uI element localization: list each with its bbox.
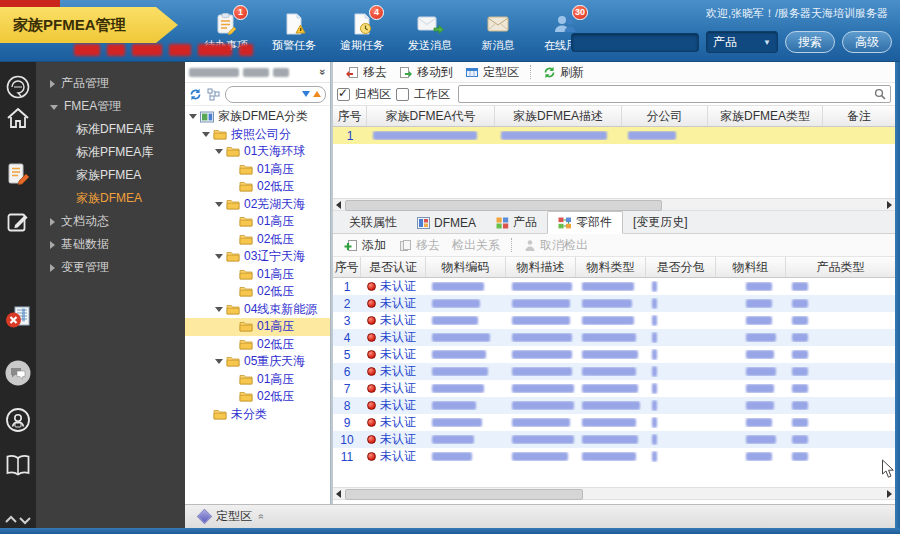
tree-node-14[interactable]: 01高压 — [185, 371, 330, 389]
sidebar-item-3[interactable]: 标准PFMEA库 — [36, 141, 185, 164]
tree-node-root[interactable]: 家族DFMEA分类 — [185, 108, 330, 126]
cancel-checkout-button[interactable]: 取消检出 — [518, 237, 594, 254]
column-header[interactable]: 物料组 — [716, 257, 786, 277]
remove-button[interactable]: 移去 — [339, 64, 393, 81]
tree-node-13[interactable]: 05重庆天海 — [185, 353, 330, 371]
scrollbar-thumb[interactable] — [345, 200, 662, 211]
search-category-dropdown[interactable]: 产品 ▼ — [706, 31, 778, 53]
tree-refresh-icon[interactable] — [189, 88, 202, 101]
export-excel-icon[interactable] — [0, 305, 36, 329]
tree-node-6[interactable]: 02低压 — [185, 231, 330, 249]
nav-overdue[interactable]: 4逾期任务 — [334, 9, 390, 53]
sidebar-item-2[interactable]: 标准DFMEA库 — [36, 118, 185, 141]
strip-scroll-icons[interactable] — [0, 514, 36, 526]
tree-node-7[interactable]: 03辽宁天海 — [185, 248, 330, 266]
tree-node-0[interactable]: 按照公司分 — [185, 126, 330, 144]
column-header[interactable]: 家族DFMEA代号 — [367, 106, 495, 126]
nav-alert[interactable]: 预警任务 — [266, 9, 322, 53]
tab-0[interactable]: 关联属性 — [339, 212, 407, 233]
table-row[interactable]: 11未认证 — [333, 448, 895, 465]
column-header[interactable]: 物料类型 — [576, 257, 646, 277]
tab-2[interactable]: 产品 — [486, 212, 547, 233]
scroll-right-icon[interactable] — [887, 201, 892, 209]
tree-node-3[interactable]: 02低压 — [185, 178, 330, 196]
tree-search-input[interactable] — [225, 86, 326, 103]
table-row[interactable]: 2未认证 — [333, 295, 895, 312]
chat-icon[interactable] — [0, 359, 36, 387]
scroll-right-icon[interactable] — [887, 490, 892, 498]
tree-node-11[interactable]: 01高压 — [185, 318, 330, 336]
refresh-button[interactable]: 刷新 — [537, 64, 590, 81]
column-header[interactable]: 分公司 — [622, 106, 708, 126]
detail-remove-button[interactable]: 移去 — [392, 237, 446, 254]
handbook-icon[interactable] — [0, 454, 36, 476]
sidebar-item-5[interactable]: 家族DFMEA — [36, 187, 185, 210]
finalize-zone-button[interactable]: 定型区 — [459, 64, 525, 81]
global-search-input[interactable] — [571, 33, 699, 52]
column-header[interactable]: 是否分包 — [646, 257, 716, 277]
tree-node-9[interactable]: 02低压 — [185, 283, 330, 301]
table-row[interactable]: 6未认证 — [333, 363, 895, 380]
column-header[interactable]: 产品类型 — [786, 257, 895, 277]
column-header[interactable]: 家族DFMEA描述 — [495, 106, 622, 126]
add-button[interactable]: 添加 — [338, 237, 392, 254]
scroll-left-icon[interactable] — [336, 490, 341, 498]
support-icon[interactable] — [0, 407, 36, 433]
expand-panel-icon[interactable]: » — [255, 514, 266, 520]
tree-node-12[interactable]: 02低压 — [185, 336, 330, 354]
column-header[interactable]: 备注 — [823, 106, 895, 126]
checkout-relation-button[interactable]: 检出关系 — [446, 237, 506, 254]
table-row[interactable]: 1 — [333, 127, 895, 144]
tree-node-4[interactable]: 02芜湖天海 — [185, 196, 330, 214]
sidebar-item-0[interactable]: 产品管理 — [36, 72, 185, 95]
document-edit-icon[interactable] — [0, 162, 36, 186]
table-row[interactable]: 10未认证 — [333, 431, 895, 448]
table-row[interactable]: 1未认证 — [333, 278, 895, 295]
tree-node-10[interactable]: 04线束新能源 — [185, 301, 330, 319]
tab-3[interactable]: 零部件 — [547, 211, 623, 234]
edit-square-icon[interactable] — [0, 210, 36, 234]
table-row[interactable]: 9未认证 — [333, 414, 895, 431]
work-zone-checkbox[interactable] — [396, 88, 409, 101]
search-next-icon[interactable] — [302, 91, 310, 97]
column-header[interactable]: 序号 — [333, 257, 361, 277]
tree-node-15[interactable]: 02低压 — [185, 388, 330, 406]
collapse-panel-icon[interactable]: » — [317, 69, 329, 75]
nav-send-message[interactable]: 发送消息 — [402, 9, 458, 53]
column-header[interactable]: 物料编码 — [426, 257, 506, 277]
tab-4[interactable]: [变更历史] — [623, 212, 698, 233]
search-button[interactable]: 搜索 — [785, 31, 835, 53]
tree-hierarchy-icon[interactable] — [207, 88, 220, 101]
table-row[interactable]: 3未认证 — [333, 312, 895, 329]
column-header[interactable]: 序号 — [333, 106, 367, 126]
move-to-button[interactable]: 移动到 — [393, 64, 459, 81]
list-search-input[interactable] — [458, 85, 891, 103]
table-row[interactable]: 4未认证 — [333, 329, 895, 346]
brand-logo-icon[interactable] — [0, 74, 36, 100]
search-prev-icon[interactable] — [313, 91, 321, 97]
column-header[interactable]: 是否认证 — [361, 257, 426, 277]
sidebar-item-8[interactable]: 变更管理 — [36, 256, 185, 279]
tree-node-1[interactable]: 01天海环球 — [185, 143, 330, 161]
sidebar-item-1[interactable]: FMEA管理 — [36, 95, 185, 118]
tree-node-16[interactable]: 未分类 — [185, 406, 330, 424]
nav-new-message[interactable]: 新消息 — [470, 9, 526, 53]
scroll-left-icon[interactable] — [336, 201, 341, 209]
table-row[interactable]: 8未认证 — [333, 397, 895, 414]
advanced-button[interactable]: 高级 — [842, 31, 892, 53]
table-row[interactable]: 5未认证 — [333, 346, 895, 363]
column-header[interactable]: 物料描述 — [506, 257, 576, 277]
tree-node-8[interactable]: 01高压 — [185, 266, 330, 284]
table-row[interactable]: 7未认证 — [333, 380, 895, 397]
archive-zone-checkbox[interactable] — [337, 88, 350, 101]
sidebar-item-4[interactable]: 家族PFMEA — [36, 164, 185, 187]
tree-node-5[interactable]: 01高压 — [185, 213, 330, 231]
tree-node-2[interactable]: 01高压 — [185, 161, 330, 179]
tab-1[interactable]: DFMEA — [407, 212, 486, 233]
column-header[interactable]: 家族DFMEA类型 — [708, 106, 823, 126]
sidebar-item-6[interactable]: 文档动态 — [36, 210, 185, 233]
home-icon[interactable] — [0, 107, 36, 129]
sidebar-item-7[interactable]: 基础数据 — [36, 233, 185, 256]
scrollbar-thumb[interactable] — [345, 489, 583, 500]
finalize-zone-tab[interactable]: 定型区 — [216, 508, 252, 525]
